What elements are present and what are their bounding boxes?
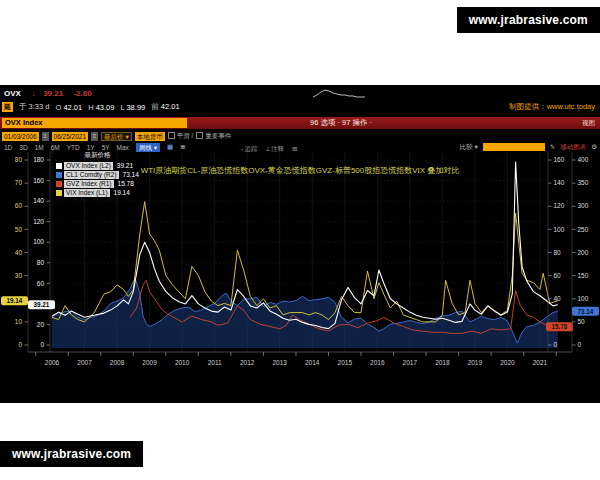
- svg-text:10: 10: [15, 318, 23, 325]
- svg-text:0: 0: [18, 341, 22, 348]
- svg-text:20: 20: [37, 321, 45, 328]
- svg-text:30: 30: [15, 272, 23, 279]
- legend-swatch: [56, 190, 62, 196]
- svg-text:60: 60: [15, 202, 23, 209]
- svg-text:2018: 2018: [435, 359, 450, 366]
- legend-row-cl1[interactable]: CL1 Comdty (R2) 73.14: [56, 170, 139, 179]
- svg-text:2009: 2009: [142, 359, 157, 366]
- svg-text:39.21: 39.21: [34, 301, 50, 308]
- chart-legend: 最新价格 OVX Index (L2) 39.21 CL1 Comdty (R2…: [56, 151, 139, 197]
- svg-text:0: 0: [578, 341, 582, 348]
- svg-text:2010: 2010: [175, 359, 190, 366]
- svg-text:60: 60: [37, 280, 45, 287]
- svg-text:60: 60: [554, 272, 562, 279]
- svg-text:140: 140: [33, 197, 44, 204]
- svg-text:2015: 2015: [338, 359, 353, 366]
- chart-tools: →追踪 ∠注释 ⊞: [238, 145, 297, 154]
- svg-text:150: 150: [578, 272, 589, 279]
- svg-text:2014: 2014: [305, 359, 320, 366]
- svg-text:400: 400: [578, 156, 589, 163]
- svg-text:200: 200: [578, 249, 589, 256]
- page: www.jrabrasive.com OVX ↓39.21 -2.80 延 于 …: [0, 0, 600, 480]
- svg-text:2007: 2007: [77, 359, 92, 366]
- watermark-top: www.jrabrasive.com: [457, 7, 600, 33]
- svg-text:100: 100: [578, 295, 589, 302]
- svg-text:40: 40: [554, 295, 562, 302]
- svg-text:160: 160: [554, 156, 565, 163]
- legend-row-gvz[interactable]: GVZ Index (R1) 15.78: [56, 179, 139, 188]
- svg-text:160: 160: [33, 177, 44, 184]
- annotate-button[interactable]: ∠注释: [266, 145, 284, 154]
- chart-canvas: 80706050403010019.1418016014012010080602…: [0, 85, 600, 403]
- legend-swatch: [56, 181, 62, 187]
- svg-text:100: 100: [33, 238, 44, 245]
- svg-text:2021: 2021: [533, 359, 548, 366]
- svg-text:15.78: 15.78: [552, 323, 568, 330]
- more-icon[interactable]: ⊞: [292, 145, 297, 154]
- legend-row-ovx[interactable]: OVX Index (L2) 39.21: [56, 161, 139, 170]
- svg-text:350: 350: [578, 179, 589, 186]
- svg-text:2019: 2019: [468, 359, 483, 366]
- svg-text:250: 250: [578, 226, 589, 233]
- terminal-window: OVX ↓39.21 -2.80 延 于 3:33 d O 42.01 H 43…: [0, 85, 600, 403]
- svg-text:50: 50: [15, 226, 23, 233]
- svg-text:2013: 2013: [272, 359, 287, 366]
- svg-text:50: 50: [578, 318, 586, 325]
- svg-text:73.14: 73.14: [578, 308, 594, 315]
- svg-text:80: 80: [554, 249, 562, 256]
- svg-text:2012: 2012: [240, 359, 255, 366]
- track-button[interactable]: →追踪: [238, 145, 258, 154]
- svg-text:2017: 2017: [403, 359, 418, 366]
- svg-text:2016: 2016: [370, 359, 385, 366]
- legend-swatch: [56, 172, 62, 178]
- svg-text:2020: 2020: [500, 359, 515, 366]
- legend-header: 最新价格: [56, 151, 139, 160]
- svg-text:180: 180: [33, 156, 44, 163]
- svg-text:120: 120: [33, 218, 44, 225]
- svg-text:80: 80: [15, 156, 23, 163]
- svg-text:0: 0: [40, 341, 44, 348]
- svg-text:2006: 2006: [45, 359, 60, 366]
- svg-text:80: 80: [37, 259, 45, 266]
- svg-text:100: 100: [554, 226, 565, 233]
- svg-text:19.14: 19.14: [7, 297, 23, 304]
- svg-text:70: 70: [15, 179, 23, 186]
- svg-text:2011: 2011: [208, 359, 222, 366]
- watermark-bottom: www.jrabrasive.com: [0, 441, 143, 467]
- svg-text:120: 120: [554, 202, 565, 209]
- svg-text:40: 40: [15, 249, 23, 256]
- svg-text:2008: 2008: [110, 359, 125, 366]
- svg-text:300: 300: [578, 202, 589, 209]
- svg-text:0: 0: [554, 341, 558, 348]
- legend-swatch: [56, 163, 62, 169]
- legend-row-vix[interactable]: VIX Index (L1) 19.14: [56, 188, 139, 197]
- svg-text:140: 140: [554, 179, 565, 186]
